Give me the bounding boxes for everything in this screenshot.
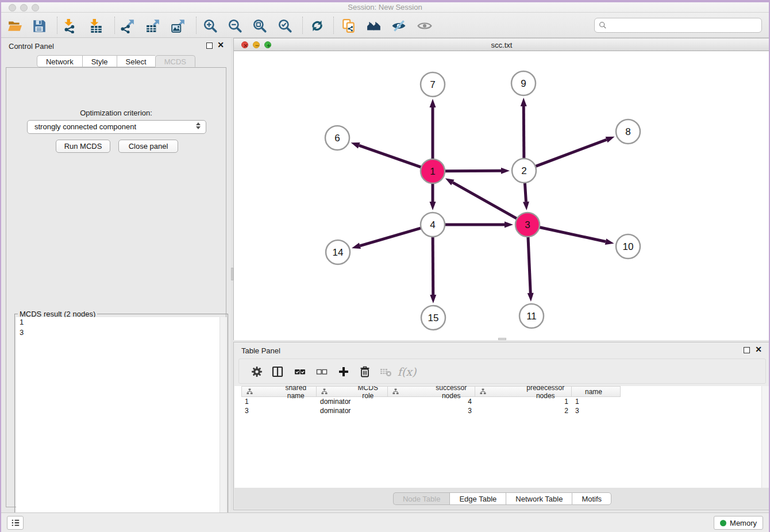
export-image-button[interactable] bbox=[170, 17, 187, 34]
graph-node-10[interactable]: 10 bbox=[616, 234, 640, 259]
hide-eye-icon bbox=[391, 18, 406, 33]
close-panel-icon[interactable]: ✕ bbox=[217, 41, 224, 49]
graph-edge-3-1[interactable] bbox=[453, 183, 517, 219]
float-panel-icon[interactable] bbox=[206, 43, 213, 49]
graph-edge-2-3[interactable] bbox=[525, 183, 526, 202]
show-columns-button[interactable] bbox=[270, 364, 286, 380]
window-resize-grip[interactable] bbox=[498, 338, 506, 340]
function-icon: f(x) bbox=[398, 365, 417, 378]
table-cell[interactable]: 1 bbox=[572, 397, 621, 406]
mcds-result-lines[interactable]: 13 bbox=[16, 317, 220, 529]
table-cell[interactable]: 2 bbox=[475, 406, 572, 415]
graph-node-14[interactable]: 14 bbox=[326, 240, 350, 264]
show-all-button[interactable] bbox=[416, 17, 433, 34]
column-header[interactable]: MCDS role bbox=[317, 386, 388, 397]
graph-edge-arrowhead bbox=[528, 293, 534, 302]
hide-selection-button[interactable] bbox=[390, 17, 407, 34]
delete-column-button[interactable] bbox=[357, 364, 373, 380]
graph-node-4[interactable]: 4 bbox=[421, 213, 445, 237]
export-table-button[interactable] bbox=[144, 17, 161, 34]
table-cell[interactable]: 3 bbox=[572, 406, 621, 415]
clone-network-button[interactable] bbox=[340, 17, 357, 34]
home-button[interactable] bbox=[365, 17, 383, 34]
graph-node-1[interactable]: 1 bbox=[421, 159, 445, 183]
graph-node-7[interactable]: 7 bbox=[421, 72, 445, 97]
table-header: shared nameMCDS rolesuccessor nodesprede… bbox=[241, 386, 763, 397]
graph-node-15[interactable]: 15 bbox=[421, 306, 445, 330]
memory-button[interactable]: Memory bbox=[714, 516, 763, 530]
import-table-button[interactable] bbox=[87, 17, 105, 34]
graph-node-9[interactable]: 9 bbox=[511, 71, 536, 95]
svg-text:2: 2 bbox=[521, 165, 526, 176]
zoom-out-icon bbox=[228, 18, 242, 33]
close-panel-button[interactable]: Close panel bbox=[118, 140, 178, 153]
zoom-selected-button[interactable] bbox=[276, 17, 294, 34]
graph-edge-3-11[interactable] bbox=[528, 237, 530, 293]
zoom-in-button[interactable] bbox=[202, 17, 219, 34]
task-history-button[interactable] bbox=[7, 516, 24, 530]
select-all-icon bbox=[294, 365, 306, 378]
deselect-all-icon bbox=[315, 365, 328, 378]
save-session-button[interactable] bbox=[30, 17, 48, 34]
table-panel-footer: Node TableEdge TableNetwork TableMotifs bbox=[234, 488, 770, 509]
open-file-button[interactable] bbox=[6, 17, 24, 34]
run-mcds-button[interactable]: Run MCDS bbox=[56, 140, 110, 153]
optimization-dropdown[interactable]: strongly connected component bbox=[27, 120, 206, 134]
delete-table-icon bbox=[379, 365, 392, 378]
search-input[interactable] bbox=[610, 21, 761, 30]
export-network-button[interactable] bbox=[119, 17, 136, 34]
tab-mcds[interactable]: MCDS bbox=[155, 55, 195, 67]
network-graph: 7968124310141115 bbox=[234, 51, 769, 340]
import-network-button[interactable] bbox=[61, 17, 79, 34]
select-all-button[interactable] bbox=[292, 364, 308, 380]
graph-edge-2-8[interactable] bbox=[536, 140, 607, 167]
create-column-button[interactable] bbox=[336, 364, 352, 380]
graph-edge-2-9[interactable] bbox=[523, 106, 524, 159]
graph-node-3[interactable]: 3 bbox=[515, 213, 540, 237]
column-header[interactable]: successor nodes bbox=[388, 386, 475, 397]
graph-node-8[interactable]: 8 bbox=[616, 119, 640, 144]
zoom-out-button[interactable] bbox=[226, 17, 244, 34]
column-header[interactable]: shared name bbox=[241, 386, 317, 397]
graph-edge-4-15[interactable] bbox=[433, 237, 433, 295]
show-eye-icon bbox=[417, 18, 432, 33]
table-settings-button[interactable] bbox=[249, 364, 265, 380]
home-icon bbox=[367, 18, 382, 33]
graph-edge-1-6[interactable] bbox=[359, 145, 421, 167]
network-window-titlebar[interactable]: scc.txt bbox=[234, 38, 769, 51]
tab-motifs[interactable]: Motifs bbox=[572, 492, 611, 505]
tab-select[interactable]: Select bbox=[117, 55, 155, 67]
graph-node-11[interactable]: 11 bbox=[519, 304, 544, 328]
column-header[interactable]: predecessor nodes bbox=[475, 386, 572, 397]
result-scrollbar[interactable] bbox=[220, 317, 226, 529]
tab-style[interactable]: Style bbox=[82, 55, 117, 67]
graph-edge-4-14[interactable] bbox=[360, 228, 421, 246]
tab-node-table[interactable]: Node Table bbox=[393, 492, 450, 505]
deselect-all-button[interactable] bbox=[314, 364, 330, 380]
table-scrollbar[interactable] bbox=[761, 386, 769, 489]
graph-node-2[interactable]: 2 bbox=[512, 159, 536, 183]
refresh-layout-button[interactable] bbox=[309, 17, 326, 34]
tab-edge-table[interactable]: Edge Table bbox=[449, 492, 506, 505]
table-body: 1dominator4113dominator323 bbox=[234, 397, 763, 415]
zoom-fit-button[interactable] bbox=[251, 17, 268, 34]
graph-edge-arrowhead bbox=[605, 238, 614, 245]
table-cell[interactable]: dominator bbox=[317, 406, 388, 415]
table-cell[interactable]: 3 bbox=[388, 406, 475, 415]
graph-edge-1-2[interactable] bbox=[445, 171, 501, 171]
table-row[interactable]: 1dominator411 bbox=[241, 397, 763, 406]
graph-edge-3-10[interactable] bbox=[540, 227, 606, 241]
network-canvas[interactable]: 7968124310141115 bbox=[234, 51, 769, 340]
tab-network-table[interactable]: Network Table bbox=[506, 492, 572, 505]
node-table[interactable]: shared nameMCDS rolesuccessor nodesprede… bbox=[234, 386, 763, 489]
optimization-label: Optimization criterion: bbox=[6, 109, 226, 117]
table-cell[interactable]: 3 bbox=[241, 406, 317, 415]
float-table-panel-icon[interactable] bbox=[744, 347, 750, 353]
column-header[interactable]: name bbox=[572, 386, 621, 397]
graph-node-6[interactable]: 6 bbox=[325, 126, 349, 150]
close-table-panel-icon[interactable]: ✕ bbox=[755, 345, 762, 353]
table-row[interactable]: 3dominator323 bbox=[241, 406, 763, 415]
save-icon bbox=[32, 18, 47, 33]
tab-network[interactable]: Network bbox=[37, 55, 82, 67]
export-image-icon bbox=[171, 18, 186, 33]
